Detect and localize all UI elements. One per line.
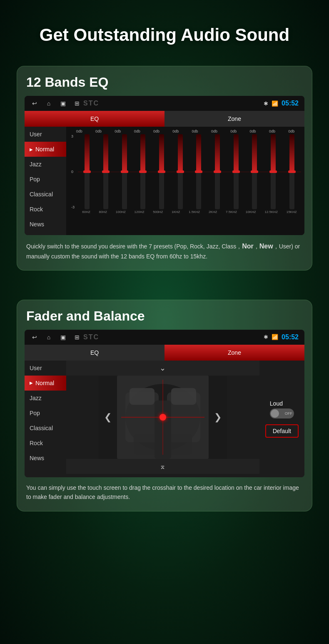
eq-bar-12[interactable] (284, 134, 299, 209)
eq-bar-10[interactable] (247, 134, 262, 209)
eq-bar-11[interactable] (266, 134, 281, 209)
fader-tab-eq[interactable]: EQ (25, 345, 164, 361)
zone-sidebar-item-pop[interactable]: Pop (25, 406, 66, 421)
window-icon[interactable]: ▣ (59, 99, 67, 108)
wifi-icon: 📶 (272, 100, 278, 107)
fader-window-icon[interactable]: ▣ (59, 333, 67, 341)
eq-bar-6[interactable] (173, 134, 188, 209)
eq-card: 12 Bands EQ ↩ ⌂ ▣ ⊞ STC ✱ 📶 05:52 EQ Zon… (17, 66, 312, 271)
fader-left-button[interactable]: ❮ (99, 376, 117, 459)
sidebar-item-user[interactable]: User (25, 127, 66, 142)
eq-status-bar-right: ✱ 📶 05:52 (264, 100, 299, 107)
eq-status-bar-left: ↩ ⌂ ▣ ⊞ STC (30, 99, 95, 108)
fader-right-button[interactable]: ❯ (209, 376, 227, 459)
eq-status-time: 05:52 (282, 100, 299, 107)
eq-sidebar: User ▶ Normal Jazz Pop Classical Rock (25, 127, 66, 235)
zone-sidebar-item-news[interactable]: News (25, 451, 66, 466)
active-arrow-icon: ▶ (30, 147, 33, 152)
fader-card: Fader and Balance ↩ ⌂ ▣ ⊞ STC ✱ 📶 05:52 … (17, 300, 312, 511)
sidebar-label-classical: Classical (30, 191, 53, 198)
fader-brand-text: STC (87, 333, 95, 341)
fader-bluetooth-icon: ✱ (264, 334, 268, 340)
car-interior-image[interactable] (117, 376, 209, 459)
fader-status-bar-left: ↩ ⌂ ▣ ⊞ STC (30, 333, 95, 341)
zone-sidebar-label-jazz: Jazz (30, 395, 42, 401)
home-icon[interactable]: ⌂ (45, 99, 53, 108)
fader-description: You can simply use the touch screen to d… (25, 483, 304, 502)
fader-down-button[interactable]: ⌅ (66, 459, 259, 474)
sidebar-label-pop: Pop (30, 176, 40, 183)
eq-bars-row (78, 134, 301, 209)
fader-home-icon[interactable]: ⌂ (45, 333, 53, 341)
eq-bar-4[interactable] (135, 134, 150, 209)
eq-tabs: EQ Zone (25, 111, 304, 127)
eq-device-screen: ↩ ⌂ ▣ ⊞ STC ✱ 📶 05:52 EQ Zone User (25, 96, 304, 235)
zone-sidebar: User ▶ Normal Jazz Pop Classical Rock (25, 361, 66, 477)
sidebar-item-news[interactable]: News (25, 217, 66, 232)
sidebar-label-jazz: Jazz (30, 161, 42, 168)
media-icon[interactable]: ⊞ (73, 99, 81, 108)
fader-wifi-icon: 📶 (272, 334, 278, 340)
eq-description: Quickly switch to the sound you desire w… (25, 241, 304, 261)
fader-back-icon[interactable]: ↩ (30, 333, 39, 341)
svg-rect-6 (171, 388, 196, 405)
fader-car-area: ❮ (66, 376, 259, 459)
eq-bar-7[interactable] (191, 134, 206, 209)
fader-card-title: Fader and Balance (25, 308, 304, 324)
brand-text: STC (87, 99, 95, 108)
eq-status-bar: ↩ ⌂ ▣ ⊞ STC ✱ 📶 05:52 (25, 96, 304, 111)
svg-rect-5 (130, 388, 155, 405)
fader-up-button[interactable]: ⌄ (66, 361, 259, 376)
eq-bar-3[interactable] (117, 134, 132, 209)
zone-sidebar-label-pop: Pop (30, 410, 40, 416)
sidebar-label-normal: Normal (35, 146, 54, 153)
fader-tab-zone[interactable]: Zone (164, 345, 304, 361)
eq-bar-2[interactable] (98, 134, 113, 209)
eq-card-title: 12 Bands EQ (25, 75, 304, 90)
sidebar-item-normal[interactable]: ▶ Normal (25, 142, 66, 157)
fader-media-icon[interactable]: ⊞ (73, 333, 81, 341)
fader-status-bar-right: ✱ 📶 05:52 (264, 333, 299, 341)
sidebar-label-user: User (30, 131, 42, 138)
sidebar-item-classical[interactable]: Classical (25, 187, 66, 202)
zone-content-area: User ▶ Normal Jazz Pop Classical Rock (25, 361, 304, 477)
fader-tabs: EQ Zone (25, 345, 304, 361)
eq-db-labels: 0db0db0db0db0db0db0db0db0db0db0db0db (70, 129, 301, 133)
zone-sidebar-label-classical: Classical (30, 425, 53, 431)
loud-label: Loud (270, 400, 294, 407)
fader-right-controls: Loud OFF Default (259, 361, 304, 477)
zone-sidebar-item-classical[interactable]: Classical (25, 421, 66, 436)
loud-toggle[interactable]: OFF (270, 408, 294, 418)
sidebar-item-pop[interactable]: Pop (25, 172, 66, 187)
sidebar-item-jazz[interactable]: Jazz (25, 157, 66, 172)
zone-sidebar-item-normal[interactable]: ▶ Normal (25, 376, 66, 391)
eq-bar-1[interactable] (80, 134, 95, 209)
loud-section: Loud OFF (270, 400, 294, 418)
back-icon[interactable]: ↩ (30, 99, 39, 108)
zone-sidebar-item-jazz[interactable]: Jazz (25, 391, 66, 406)
zone-sidebar-item-user[interactable]: User (25, 361, 66, 376)
toggle-knob (271, 409, 279, 418)
zone-active-arrow-icon: ▶ (30, 381, 33, 385)
zone-sidebar-label-normal: Normal (35, 380, 54, 386)
sidebar-item-rock[interactable]: Rock (25, 202, 66, 217)
fader-status-time: 05:52 (282, 333, 299, 341)
tab-zone[interactable]: Zone (164, 111, 304, 127)
fader-device-screen: ↩ ⌂ ▣ ⊞ STC ✱ 📶 05:52 EQ Zone User (25, 330, 304, 477)
bluetooth-icon: ✱ (264, 100, 268, 107)
eq-freq-labels: 60HZ80HZ100HZ120HZ500HZ1KHZ1.5KHZ2KHZ7.5… (78, 210, 301, 214)
tab-eq[interactable]: EQ (25, 111, 164, 127)
sidebar-label-rock: Rock (30, 206, 43, 213)
default-button[interactable]: Default (265, 424, 299, 438)
page-title: Get Outstanding Audio Sound (0, 0, 329, 62)
zone-sidebar-label-user: User (30, 365, 42, 371)
eq-bar-9[interactable] (229, 134, 244, 209)
zone-sidebar-label-news: News (30, 455, 44, 461)
zone-sidebar-item-rock[interactable]: Rock (25, 436, 66, 451)
eq-bar-5[interactable] (154, 134, 169, 209)
crosshair-dot[interactable] (160, 414, 166, 421)
eq-bars-area: 0db0db0db0db0db0db0db0db0db0db0db0db 3 0… (66, 127, 304, 235)
eq-content-area: User ▶ Normal Jazz Pop Classical Rock (25, 127, 304, 235)
eq-bar-8[interactable] (210, 134, 225, 209)
toggle-off-label: OFF (285, 411, 292, 416)
